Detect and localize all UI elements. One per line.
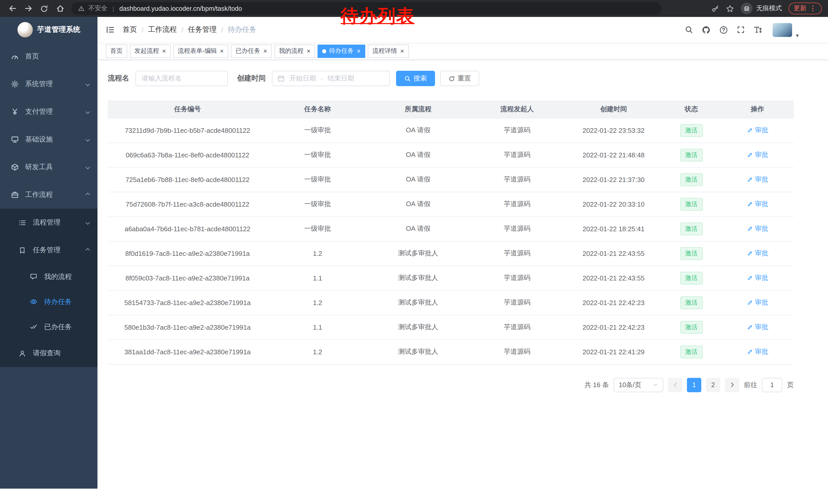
approve-link[interactable]: 审批	[747, 322, 768, 332]
chevron-up-icon	[86, 193, 90, 197]
approve-link[interactable]: 审批	[747, 249, 768, 258]
hamburger-icon[interactable]	[106, 25, 115, 34]
sidebar-item-8[interactable]: 我的流程	[0, 264, 97, 289]
key-icon[interactable]	[711, 5, 719, 12]
approve-link[interactable]: 审批	[747, 199, 768, 209]
reload-icon[interactable]	[38, 2, 50, 15]
goto-page-input[interactable]: 1	[762, 378, 782, 392]
table-row: 069c6a63-7b8a-11ec-8ef0-acde48001122一级审批…	[108, 142, 794, 167]
incognito-icon	[741, 3, 753, 14]
update-button[interactable]: 更新	[788, 3, 822, 14]
sidebar-item-5[interactable]: 工作流程	[0, 181, 97, 209]
sidebar-item-4[interactable]: 研发工具	[0, 153, 97, 181]
tab-5[interactable]: 待办任务×	[318, 44, 365, 58]
close-icon[interactable]: ×	[162, 48, 166, 54]
close-icon[interactable]: ×	[263, 48, 267, 54]
tab-0[interactable]: 首页	[106, 44, 127, 58]
prev-page-button[interactable]	[668, 378, 682, 392]
github-icon[interactable]	[702, 26, 710, 34]
cell-created: 2022-01-21 22:43:55	[566, 241, 661, 266]
breadcrumb-item[interactable]: 任务管理	[188, 25, 217, 34]
user-avatar[interactable]: ▾	[773, 23, 792, 37]
approve-link[interactable]: 审批	[747, 126, 768, 135]
table-row: 725a1eb6-7b88-11ec-8ef0-acde48001122一级审批…	[108, 167, 794, 192]
close-icon[interactable]: ×	[400, 48, 404, 54]
sidebar-item-3[interactable]: 基础设施	[0, 126, 97, 153]
sidebar-item-7[interactable]: 任务管理	[0, 236, 97, 264]
edit-icon	[747, 250, 753, 256]
approve-link[interactable]: 审批	[747, 347, 768, 356]
cell-status: 激活	[661, 290, 721, 315]
tab-label: 我的流程	[279, 47, 304, 55]
payment-icon	[10, 107, 19, 116]
cell-task-name: 一级审批	[267, 167, 368, 192]
sidebar-item-1[interactable]: 系统管理	[0, 70, 97, 98]
close-icon[interactable]: ×	[220, 48, 224, 54]
sidebar-item-2[interactable]: 支付管理	[0, 98, 97, 126]
kebab-menu-icon[interactable]	[809, 5, 817, 12]
cell-initiator: 芋道源码	[468, 118, 566, 142]
date-range-picker[interactable]: 开始日期 - 结束日期	[272, 71, 390, 86]
sidebar-item-6[interactable]: 流程管理	[0, 209, 97, 236]
next-page-button[interactable]	[725, 378, 739, 392]
cell-process: 测试多审批人	[368, 241, 468, 266]
home-icon[interactable]	[54, 2, 66, 15]
approve-link[interactable]: 审批	[747, 224, 768, 233]
help-icon[interactable]	[719, 26, 728, 34]
tab-6[interactable]: 流程详情×	[368, 44, 409, 58]
cell-task-id: 580e1b3d-7ac8-11ec-a9e2-a2380e71991a	[108, 315, 267, 339]
approve-link[interactable]: 审批	[747, 175, 768, 184]
cell-status: 激活	[661, 339, 721, 364]
approve-label: 审批	[755, 273, 768, 282]
sidebar-item-10[interactable]: 已办任务	[0, 314, 97, 339]
breadcrumb-item[interactable]: 工作流程	[148, 25, 177, 34]
edit-icon	[747, 201, 753, 207]
tab-4[interactable]: 我的流程×	[275, 44, 315, 58]
page-button-2[interactable]: 2	[706, 378, 720, 392]
page-button-1[interactable]: 1	[687, 378, 701, 392]
close-icon[interactable]: ×	[357, 48, 361, 54]
sidebar-item-11[interactable]: 请假查询	[0, 339, 97, 367]
approve-link[interactable]: 审批	[747, 150, 768, 159]
fullscreen-icon[interactable]	[737, 26, 745, 34]
breadcrumb-item[interactable]: 首页	[123, 25, 137, 34]
back-icon[interactable]	[6, 2, 18, 15]
dashboard-icon	[10, 52, 19, 61]
url-text: dashboard.yudao.iocoder.cn/bpm/task/todo	[119, 5, 242, 12]
star-icon[interactable]	[726, 4, 734, 12]
tab-2[interactable]: 流程表单-编辑×	[173, 44, 228, 58]
cell-task-name: 1.2	[267, 290, 368, 315]
sidebar-item-0[interactable]: 首页	[0, 43, 97, 70]
tab-3[interactable]: 已办任务×	[231, 44, 272, 58]
close-icon[interactable]: ×	[307, 48, 310, 54]
tasks-table: 任务编号任务名称所属流程流程发起人创建时间状态操作 73211d9d-7b9b-…	[108, 100, 794, 364]
viewport: 不安全 | dashboard.yudao.iocoder.cn/bpm/tas…	[0, 0, 828, 504]
logo[interactable]: 芋道管理系统	[0, 17, 97, 43]
app-title: 芋道管理系统	[37, 25, 80, 34]
approve-link[interactable]: 审批	[747, 273, 768, 282]
tab-1[interactable]: 发起流程×	[130, 44, 171, 58]
tab-label: 流程表单-编辑	[178, 47, 217, 55]
edit-icon	[747, 349, 753, 355]
cell-task-name: 1.2	[267, 339, 368, 364]
search-icon[interactable]	[685, 26, 693, 34]
avatar-image	[773, 23, 792, 37]
breadcrumb-separator: /	[141, 26, 143, 34]
table-row: 8f059c03-7ac8-11ec-a9e2-a2380e71991a1.1测…	[108, 266, 794, 290]
process-name-input[interactable]: 请输入流程名	[135, 71, 228, 86]
reset-button[interactable]: 重置	[440, 71, 479, 86]
search-button[interactable]: 搜索	[396, 71, 435, 86]
forward-icon[interactable]	[22, 2, 34, 15]
approve-link[interactable]: 审批	[747, 298, 768, 307]
page-size-select[interactable]: 10条/页	[614, 378, 663, 392]
page-size-value: 10条/页	[619, 380, 641, 390]
cell-created: 2022-01-22 23:53:32	[566, 118, 661, 142]
font-size-icon[interactable]	[754, 26, 762, 34]
chevron-down-icon	[86, 221, 90, 225]
cell-process: OA 请假	[368, 216, 468, 241]
sidebar-item-9[interactable]: 待办任务	[0, 289, 97, 314]
cell-task-id: 73211d9d-7b9b-11ec-b5b7-acde48001122	[108, 118, 267, 142]
cell-task-id: 725a1eb6-7b88-11ec-8ef0-acde48001122	[108, 167, 267, 192]
cell-created: 2022-01-21 22:42:23	[566, 290, 661, 315]
done-icon	[29, 322, 38, 331]
